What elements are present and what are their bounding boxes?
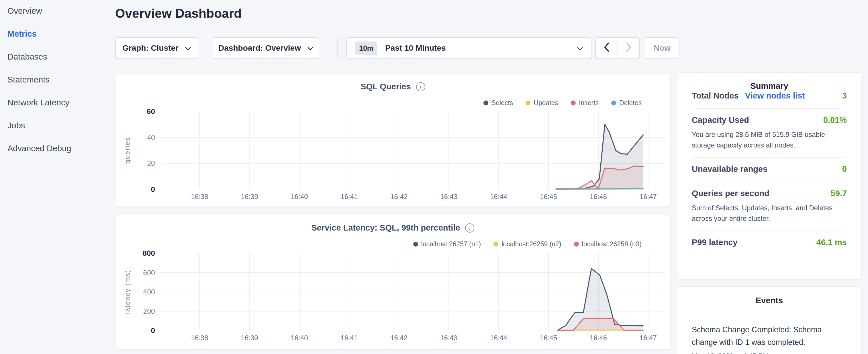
legend-item: Updates: [526, 99, 558, 107]
sidebar: Overview Metrics Databases Statements Ne…: [0, 0, 115, 354]
divider: [692, 157, 847, 158]
y-tick-label: 60: [123, 107, 155, 116]
sidebar-item-advanced-debug[interactable]: Advanced Debug: [7, 143, 71, 154]
y-tick-label: 0: [123, 326, 155, 335]
event-item-text[interactable]: Schema Change Completed: Schema change w…: [692, 323, 847, 349]
info-icon[interactable]: i: [416, 82, 425, 91]
chart-canvas: [161, 253, 665, 330]
service-latency-chart-header: Service Latency: SQL, 99th percentile i: [116, 223, 670, 232]
sql-queries-plot: 16:3816:3916:4016:4116:4216:4316:4416:45…: [161, 111, 665, 189]
total-nodes-label: Total Nodes: [692, 91, 739, 100]
dashboard-dropdown-label: Dashboard: Overview: [218, 43, 301, 53]
legend-item: Selects: [484, 99, 513, 107]
legend-dot: [611, 100, 616, 105]
y-tick-label: 40: [123, 133, 155, 142]
x-tick-label: 16:42: [384, 334, 413, 342]
y-tick-label: 400: [123, 287, 155, 296]
previous-time-button[interactable]: [596, 38, 618, 58]
legend-label: localhost:26257 (n1): [421, 240, 481, 248]
x-tick-label: 16:45: [534, 193, 563, 201]
chevron-down-icon: [185, 43, 191, 53]
info-icon[interactable]: i: [465, 223, 474, 232]
legend-item: Inserts: [571, 99, 599, 107]
time-range-label: Past 10 Minutes: [385, 43, 577, 53]
event-item-timestamp: May 13, 2020 at 4:45 PM: [692, 352, 847, 354]
sidebar-item-network-latency[interactable]: Network Latency: [7, 97, 69, 108]
service-latency-plot: 16:3816:3916:4016:4116:4216:4316:4416:45…: [161, 253, 665, 330]
x-tick-label: 16:44: [484, 193, 513, 201]
time-range-dropdown[interactable]: 10m Past 10 Minutes: [346, 37, 592, 59]
sidebar-item-jobs[interactable]: Jobs: [7, 120, 25, 131]
unavailable-ranges-label: Unavailable ranges: [692, 164, 767, 174]
x-tick-label: 16:44: [484, 334, 513, 342]
toolbar-divider: [337, 38, 338, 58]
sql-queries-chart-header: SQL Queries i: [116, 82, 670, 91]
legend-item: localhost:26257 (n1): [413, 240, 481, 248]
sql-queries-legend: Selects Updates Inserts Deletes: [484, 99, 642, 107]
x-tick-label: 16:42: [384, 193, 413, 201]
unavailable-ranges-row: Unavailable ranges 0: [692, 164, 847, 175]
time-range-badge: 10m: [355, 41, 377, 55]
p99-latency-row: P99 latency 46.1 ms: [692, 238, 847, 248]
legend-label: Deletes: [619, 99, 642, 107]
x-tick-label: 16:39: [235, 193, 264, 201]
x-tick-label: 16:43: [434, 334, 463, 342]
legend-item: Deletes: [611, 99, 642, 107]
queries-per-second-label: Queries per second: [692, 189, 769, 198]
sidebar-item-metrics[interactable]: Metrics: [7, 29, 37, 39]
unavailable-ranges-value: 0: [842, 164, 847, 174]
legend-label: Inserts: [579, 99, 599, 107]
x-tick-label: 16:41: [335, 193, 363, 201]
events-panel: Events Schema Change Completed: Schema c…: [677, 286, 861, 354]
x-tick-label: 16:40: [285, 334, 313, 342]
legend-item: localhost:26259 (n2): [493, 240, 561, 248]
chevron-down-icon: [307, 43, 313, 53]
x-tick-label: 16:45: [534, 334, 563, 342]
p99-latency-value: 46.1 ms: [816, 238, 847, 247]
legend-label: localhost:26258 (n3): [582, 240, 642, 248]
legend-item: localhost:26258 (n3): [574, 240, 642, 248]
legend-dot: [484, 100, 488, 105]
sidebar-item-databases[interactable]: Databases: [7, 52, 47, 62]
now-button[interactable]: Now: [645, 37, 679, 59]
x-tick-label: 16:47: [634, 334, 662, 342]
chart-canvas: [161, 111, 665, 189]
queries-per-second-description: Sum of Selects, Updates, Inserts, and De…: [692, 202, 844, 224]
sql-queries-chart-title: SQL Queries: [361, 82, 411, 91]
y-tick-label: 600: [123, 268, 155, 277]
y-axis-label: queries: [124, 111, 135, 189]
y-tick-label: 20: [123, 159, 155, 168]
graph-dropdown[interactable]: Graph: Cluster: [115, 37, 198, 59]
total-nodes-value: 3: [842, 91, 847, 100]
divider: [692, 182, 847, 182]
x-tick-label: 16:43: [434, 193, 463, 201]
capacity-used-label: Capacity Used: [692, 116, 749, 125]
sidebar-item-statements[interactable]: Statements: [7, 74, 50, 85]
dashboard-dropdown[interactable]: Dashboard: Overview: [213, 37, 319, 59]
chevron-right-icon: [626, 42, 632, 55]
x-tick-label: 16:38: [185, 334, 214, 342]
summary-panel: Summary Total Nodes View nodes list 3 Ca…: [677, 72, 861, 280]
service-latency-legend: localhost:26257 (n1) localhost:26259 (n2…: [413, 240, 642, 248]
next-time-button[interactable]: [618, 38, 639, 58]
sidebar-item-overview[interactable]: Overview: [7, 6, 42, 16]
queries-per-second-row: Queries per second 59.7: [692, 189, 847, 199]
legend-dot: [413, 242, 418, 247]
x-tick-label: 16:47: [634, 193, 662, 201]
view-nodes-list-link[interactable]: View nodes list: [745, 91, 805, 100]
legend-dot: [574, 242, 579, 247]
summary-heading: Summary: [692, 81, 847, 91]
y-tick-label: 800: [123, 249, 155, 258]
capacity-used-description: You are using 28.6 MiB of 515.9 GiB usab…: [692, 129, 844, 150]
queries-per-second-value: 59.7: [831, 189, 847, 198]
y-tick-label: 200: [123, 307, 155, 316]
graph-dropdown-label: Graph: Cluster: [122, 43, 179, 53]
x-tick-label: 16:40: [285, 193, 313, 201]
capacity-used-value: 0.01%: [823, 116, 847, 125]
x-tick-label: 16:38: [185, 193, 214, 201]
x-tick-label: 16:39: [235, 334, 264, 342]
y-tick-label: 0: [123, 185, 155, 194]
total-nodes-row: Total Nodes View nodes list 3: [692, 91, 847, 101]
chevron-down-icon: [577, 43, 583, 53]
events-heading: Events: [692, 296, 847, 305]
